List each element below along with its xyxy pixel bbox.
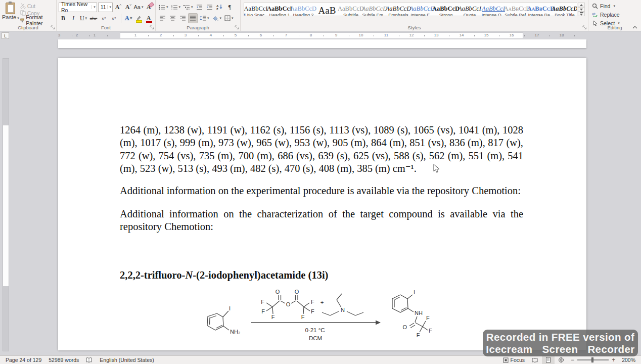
paragraph-characterization-info[interactable]: Additional information on the characteri… bbox=[120, 208, 523, 234]
clear-formatting-button[interactable]: A bbox=[144, 2, 153, 12]
style-book-title[interactable]: AaBbCcDBook Title bbox=[553, 3, 577, 16]
find-button[interactable]: Find bbox=[590, 2, 639, 10]
read-mode-button[interactable] bbox=[528, 356, 542, 364]
vertical-ruler[interactable] bbox=[3, 58, 9, 351]
decrease-indent-button[interactable] bbox=[195, 2, 204, 12]
borders-button[interactable] bbox=[223, 13, 235, 23]
align-left-icon bbox=[159, 16, 166, 21]
strikethrough-button[interactable]: abc bbox=[89, 13, 98, 23]
font-name-combo[interactable]: Times New Ro ▾ bbox=[59, 3, 97, 12]
reaction-scheme-image[interactable]: I NH₂ O F F F O O bbox=[201, 287, 523, 351]
align-right-button[interactable] bbox=[178, 13, 187, 23]
paragraph-dialog-launcher[interactable] bbox=[235, 25, 239, 30]
line-spacing-button[interactable] bbox=[199, 13, 210, 23]
style-subtle-reference[interactable]: AaBbCcDSubtle Ref... bbox=[506, 3, 529, 16]
style-heading-2[interactable]: AaBbCcDHeading 2 bbox=[292, 3, 315, 16]
bold-button[interactable]: B bbox=[59, 13, 68, 23]
align-center-button[interactable] bbox=[168, 13, 177, 23]
style-intense-emphasis[interactable]: AaBbCcDIntense E... bbox=[410, 3, 434, 16]
underline-button[interactable]: U bbox=[79, 13, 88, 23]
font-size-combo[interactable]: 11 ▾ bbox=[98, 3, 113, 12]
style-preview: AaBbCcD bbox=[552, 5, 577, 13]
search-icon bbox=[592, 3, 598, 9]
ruler-tick bbox=[474, 35, 475, 36]
justify-button[interactable] bbox=[188, 13, 198, 23]
print-layout-button[interactable] bbox=[542, 356, 555, 364]
ruler-tick bbox=[524, 35, 525, 36]
text-effects-button[interactable]: A bbox=[124, 13, 133, 23]
word-count[interactable]: 52989 words bbox=[45, 356, 82, 364]
styles-scroll-up-button[interactable] bbox=[578, 3, 585, 7]
font-dialog-launcher[interactable] bbox=[150, 25, 154, 30]
language-indicator[interactable]: English (United States) bbox=[96, 356, 157, 364]
paragraph-ir-data[interactable]: 1264 (m), 1238 (w), 1191 (w), 1162 (s), … bbox=[120, 124, 523, 175]
font-group: Times New Ro ▾ 11 ▾ A˄ A˅ Aa A B I U abc… bbox=[57, 0, 156, 31]
shrink-font-button[interactable]: A˅ bbox=[124, 2, 133, 12]
grow-font-button[interactable]: A˄ bbox=[114, 2, 123, 12]
ruler-tick bbox=[374, 35, 374, 36]
subscript-button[interactable]: x2 bbox=[99, 13, 108, 23]
zoom-out-icon[interactable]: − bbox=[571, 356, 574, 363]
copy-icon bbox=[20, 10, 26, 16]
style-intense-quote[interactable]: AaBbCcIIntense Q... bbox=[482, 3, 506, 16]
style-heading-1[interactable]: AaBbCcIHeading 1 bbox=[268, 3, 292, 16]
ruler-number: 16 bbox=[510, 33, 514, 37]
style-subtle-emphasis[interactable]: AaBbCcDSubtle Em... bbox=[363, 3, 387, 16]
replace-button[interactable]: ab Replace bbox=[590, 10, 639, 19]
horizontal-ruler[interactable]: 321123456789101112131415161718 bbox=[0, 32, 641, 39]
zoom-level[interactable]: 200% bbox=[618, 356, 639, 364]
cut-button[interactable]: Cut bbox=[19, 3, 54, 9]
sort-icon: AZ bbox=[216, 4, 223, 10]
show-marks-button[interactable]: ¶ bbox=[225, 2, 235, 12]
superscript-button[interactable]: x2 bbox=[109, 13, 118, 23]
style-quote[interactable]: AaBbCcIQuote bbox=[458, 3, 482, 16]
proofing-status[interactable] bbox=[82, 356, 96, 364]
increase-indent-button[interactable] bbox=[205, 2, 214, 12]
styles-more-button[interactable] bbox=[578, 12, 585, 16]
compound-heading[interactable]: 2,2,2-trifluoro-N-(2-iodophenyl)acetamid… bbox=[120, 269, 523, 282]
style-strong[interactable]: AaBbCcDStrong bbox=[434, 3, 458, 16]
style-intense-reference[interactable]: AaBbCcDIntense Re... bbox=[529, 3, 553, 16]
italic-button[interactable]: I bbox=[69, 13, 78, 23]
style-emphasis[interactable]: AaBbCcDEmphasis bbox=[387, 3, 410, 16]
web-layout-button[interactable] bbox=[555, 356, 568, 364]
collapse-ribbon-icon[interactable] bbox=[632, 25, 638, 29]
zoom-track[interactable] bbox=[577, 359, 609, 360]
editing-group: Find ab Replace Select Editing bbox=[588, 0, 641, 31]
multilevel-list-button[interactable] bbox=[182, 2, 194, 12]
clipboard-dialog-launcher[interactable] bbox=[51, 25, 55, 30]
paste-button[interactable]: Paste bbox=[2, 2, 19, 24]
focus-button[interactable]: Focus bbox=[499, 356, 529, 364]
web-layout-icon bbox=[558, 357, 564, 363]
format-painter-button[interactable]: Format Painter bbox=[19, 17, 54, 24]
copy-button[interactable]: Copy bbox=[19, 10, 54, 16]
styles-dialog-launcher[interactable] bbox=[582, 25, 587, 30]
styles-scroll-down-button[interactable] bbox=[578, 7, 585, 12]
zoom-in-icon[interactable]: + bbox=[612, 356, 615, 363]
read-mode-icon bbox=[532, 357, 538, 363]
shading-button[interactable] bbox=[211, 13, 223, 23]
bullets-button[interactable] bbox=[158, 2, 169, 12]
ruler-tick bbox=[550, 35, 550, 36]
sort-button[interactable]: AZ bbox=[215, 2, 224, 12]
previous-page-bottom[interactable] bbox=[58, 39, 586, 48]
chevron-down-icon bbox=[580, 9, 583, 11]
style-title[interactable]: AaBTitle bbox=[315, 3, 339, 16]
style-subtitle[interactable]: AaBbCcDSubtitle bbox=[339, 3, 363, 16]
highlight-color-button[interactable] bbox=[134, 13, 143, 23]
document-page[interactable]: 1264 (m), 1238 (w), 1191 (w), 1162 (s), … bbox=[58, 58, 586, 350]
numbering-button[interactable] bbox=[170, 2, 182, 12]
paragraph-procedure-info[interactable]: Additional information on the experiment… bbox=[120, 185, 523, 197]
page-indicator[interactable]: Page 24 of 129 bbox=[2, 356, 45, 364]
align-left-button[interactable] bbox=[158, 13, 167, 23]
cut-icon bbox=[20, 3, 26, 9]
zoom-slider[interactable]: − + bbox=[568, 356, 618, 363]
ruler-tick bbox=[148, 35, 149, 36]
heading-part: 2,2,2-trifluoro- bbox=[120, 269, 185, 281]
zoom-thumb[interactable] bbox=[591, 357, 593, 362]
font-color-button[interactable]: A bbox=[144, 13, 153, 23]
change-case-button[interactable]: Aa bbox=[134, 2, 143, 12]
multilevel-list-icon bbox=[184, 5, 190, 10]
atom-label-fluorine: F bbox=[311, 308, 314, 314]
style-no-spacing[interactable]: AaBbCcI¶ No Spac... bbox=[244, 3, 268, 16]
